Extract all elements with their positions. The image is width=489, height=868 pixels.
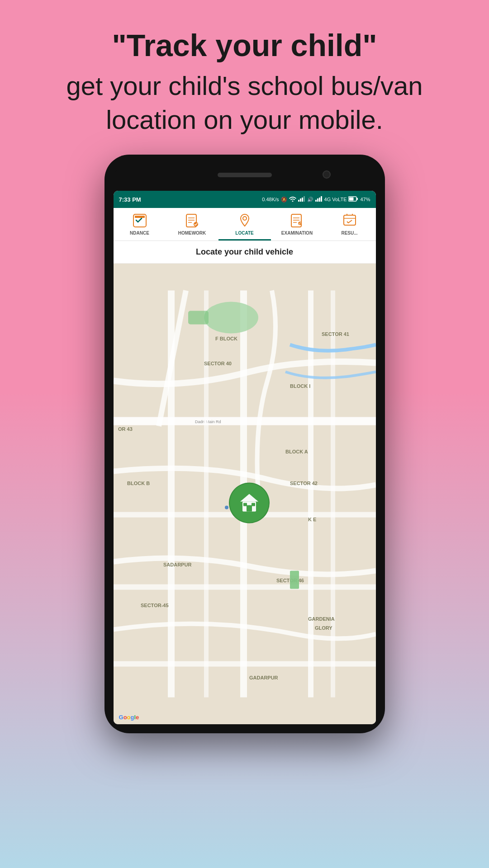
signal-bars <box>298 196 305 203</box>
svg-rect-39 <box>188 311 209 325</box>
svg-rect-2 <box>300 198 301 202</box>
svg-text:K E: K E <box>308 517 316 522</box>
svg-rect-4 <box>304 196 305 202</box>
svg-rect-35 <box>114 661 376 667</box>
status-bar: 7:33 PM 0.48K/s 🔕 <box>114 191 376 208</box>
svg-rect-7 <box>319 198 320 202</box>
svg-rect-36 <box>204 291 209 698</box>
battery-percent: 47% <box>360 197 370 202</box>
svg-rect-25 <box>344 215 356 225</box>
svg-point-0 <box>292 201 293 202</box>
svg-rect-56 <box>290 571 299 589</box>
page-title: Locate your child vehicle <box>121 247 369 257</box>
4g-signal <box>315 196 323 203</box>
phone-speaker <box>218 173 272 177</box>
wifi-icon <box>289 196 296 203</box>
page-header: Locate your child vehicle <box>114 241 376 264</box>
svg-rect-10 <box>357 198 358 200</box>
svg-text:SECTOR 40: SECTOR 40 <box>204 361 232 366</box>
svg-text:SECTOR-45: SECTOR-45 <box>141 603 169 608</box>
svg-text:OR 43: OR 43 <box>118 426 133 432</box>
network-speed: 0.48K/s <box>262 197 279 202</box>
tab-homework-label: HOMEWORK <box>178 231 206 236</box>
tab-examination-label: EXAMINATION <box>281 231 313 236</box>
nav-tabs: NDANCE HOMEWORK <box>114 208 376 241</box>
svg-rect-11 <box>349 198 354 201</box>
svg-text:SECTOR 42: SECTOR 42 <box>290 481 318 486</box>
svg-rect-1 <box>298 200 299 202</box>
svg-text:SADARPUR: SADARPUR <box>163 562 191 567</box>
svg-point-38 <box>204 302 258 334</box>
tab-result-label: RESU... <box>341 231 357 236</box>
svg-text:GADARPUR: GADARPUR <box>249 675 278 680</box>
audio-icon: 🔊 <box>307 197 313 203</box>
battery-icon <box>348 196 358 203</box>
mute-icon: 🔕 <box>281 197 287 203</box>
svg-rect-20 <box>291 214 301 227</box>
phone-camera <box>323 170 331 179</box>
svg-text:SECTOR 41: SECTOR 41 <box>322 331 349 337</box>
map-area[interactable]: Dadri Main Rd <box>114 264 376 724</box>
tab-locate-label: LOCATE <box>235 231 253 236</box>
google-watermark: Google <box>119 714 139 721</box>
network-type: 4G VoLTE <box>324 197 347 202</box>
tab-examination[interactable]: EXAMINATION <box>271 208 323 241</box>
hero-subtitle: get your child's school bus/van location… <box>66 69 423 137</box>
svg-rect-3 <box>302 198 303 202</box>
status-right-group: 0.48K/s 🔕 <box>262 196 370 203</box>
tab-locate[interactable]: LOCATE <box>218 208 271 241</box>
svg-text:GARDENIA: GARDENIA <box>308 616 335 622</box>
svg-text:GLORY: GLORY <box>315 625 332 631</box>
svg-text:BLOCK I: BLOCK I <box>290 383 310 389</box>
svg-text:BLOCK B: BLOCK B <box>127 481 150 486</box>
tab-attendance-label: NDANCE <box>130 231 149 236</box>
tab-attendance[interactable]: NDANCE <box>114 208 166 241</box>
phone-notch <box>114 164 376 191</box>
svg-text:F BLOCK: F BLOCK <box>215 336 237 341</box>
phone-mockup: 7:33 PM 0.48K/s 🔕 <box>104 155 385 733</box>
svg-rect-34 <box>114 585 376 590</box>
svg-rect-5 <box>315 200 317 202</box>
tab-homework[interactable]: HOMEWORK <box>166 208 218 241</box>
tab-result[interactable]: RESU... <box>323 208 376 241</box>
hero-section: "Track your child" get your child's scho… <box>30 0 459 155</box>
hero-title: "Track your child" <box>66 27 423 64</box>
status-time: 7:33 PM <box>119 196 141 203</box>
svg-rect-6 <box>317 198 318 202</box>
svg-rect-13 <box>135 216 145 218</box>
svg-rect-8 <box>321 196 322 202</box>
svg-point-19 <box>243 217 247 220</box>
svg-point-57 <box>225 506 228 509</box>
svg-text:BLOCK A: BLOCK A <box>285 449 308 454</box>
phone-screen: 7:33 PM 0.48K/s 🔕 <box>114 191 376 724</box>
